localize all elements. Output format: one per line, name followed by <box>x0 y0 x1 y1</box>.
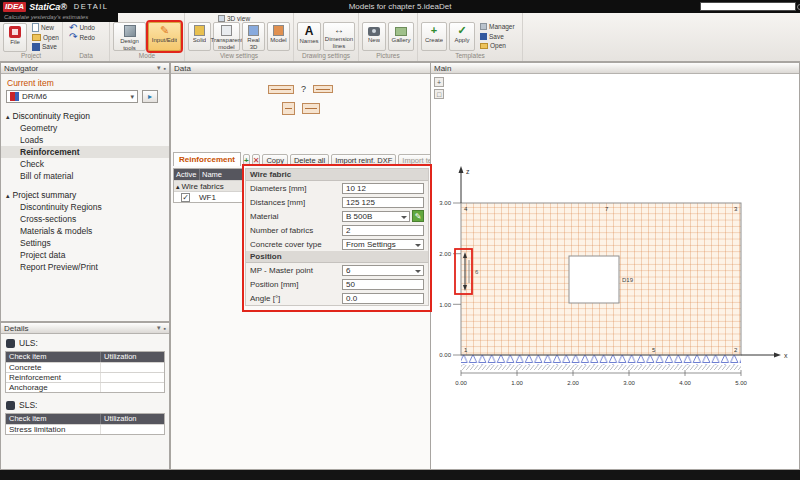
gallery-button[interactable]: Gallery <box>388 22 414 51</box>
delete-reinforcement-button[interactable]: ✕ <box>252 154 261 166</box>
tree-section-project-summary[interactable]: ▴Project summary <box>1 189 169 201</box>
delete-all-button[interactable]: Delete all <box>290 154 329 166</box>
fabric-previews: ? <box>171 84 430 115</box>
nav-item-cross-sections[interactable]: Cross-sections <box>1 213 169 225</box>
nav-item-materials-models[interactable]: Materials & models <box>1 225 169 237</box>
template-create-button[interactable]: + Create <box>421 22 447 51</box>
uls-table: Check item Utilization Concrete Reinforc… <box>5 351 165 393</box>
data-panel: Data ? Reinforcement + ✕ Copy Delete a <box>170 62 431 470</box>
table-row[interactable]: Concrete <box>6 362 164 372</box>
master-point-select[interactable]: 6 <box>342 265 424 276</box>
navigator-tree: ▴Discontinuity Region Geometry Loads Rei… <box>1 110 169 273</box>
manager-icon <box>480 23 487 30</box>
number-of-fabrics-input[interactable]: 2 <box>342 225 424 236</box>
input-edit-button[interactable]: ✎ Input/Edit <box>148 22 181 51</box>
file-label: File <box>10 39 20 51</box>
position-input[interactable]: 50 <box>342 279 424 290</box>
picture-new-button[interactable]: New <box>362 22 386 51</box>
nav-item-discontinuity-regions[interactable]: Discontinuity Regions <box>1 201 169 213</box>
dimension-lines-button[interactable]: ↔ Dimension lines <box>323 22 355 51</box>
nav-item-settings[interactable]: Settings <box>1 237 169 249</box>
distances-input[interactable]: 125 125 <box>342 197 424 208</box>
navigator-pin-icon[interactable]: ▪ <box>164 65 166 72</box>
fabric-preview-icon[interactable] <box>313 85 333 93</box>
pan-control-icon[interactable]: □ <box>434 89 444 99</box>
real-3d-button[interactable]: Real 3D <box>242 22 265 51</box>
data-body: ? Reinforcement + ✕ Copy Delete all Impo… <box>171 74 430 469</box>
template-open-button[interactable]: Open <box>477 41 519 51</box>
nav-item-geometry[interactable]: Geometry <box>1 122 169 134</box>
uls-row: ULS: <box>6 338 38 348</box>
template-save-button[interactable]: Save <box>477 32 519 42</box>
angle-input[interactable]: 0.0 <box>342 293 424 304</box>
model-cube-icon <box>273 25 284 36</box>
template-manager-button[interactable]: Manager <box>477 22 519 32</box>
opening[interactable] <box>569 256 619 303</box>
details-dropdown-icon[interactable]: ▾ <box>157 324 161 332</box>
x-tick-label: 1.00 <box>511 380 523 386</box>
model-button[interactable]: Model <box>267 22 290 51</box>
current-item-select[interactable]: DR/M6 ▾ <box>6 90 138 103</box>
group-label: Wire fabrics <box>182 182 224 191</box>
input-edit-icon: ✎ <box>160 25 169 36</box>
nav-item-project-data[interactable]: Project data <box>1 249 169 261</box>
details-pin-icon[interactable]: ▪ <box>164 325 166 332</box>
nav-item-check[interactable]: Check <box>1 158 169 170</box>
dimension-lines-icon: ↔ <box>334 25 344 35</box>
nav-item-loads[interactable]: Loads <box>1 134 169 146</box>
property-row: Material B 500B ✎ <box>246 209 428 223</box>
transparent-model-button[interactable]: Transparent model <box>213 22 240 51</box>
fabric-preview-icon[interactable] <box>282 102 295 115</box>
material-select[interactable]: B 500B <box>342 211 410 222</box>
template-apply-button[interactable]: ✓ Apply <box>449 22 475 51</box>
tagline: Calculate yesterday's estimates <box>0 13 118 22</box>
table-row[interactable]: Stress limitation <box>6 424 164 434</box>
input-edit-label: Input/Edit <box>152 37 177 50</box>
diameters-input[interactable]: 10 12 <box>342 183 424 194</box>
search-box <box>700 2 796 11</box>
fabric-preview-icon[interactable] <box>302 103 320 114</box>
tree-section-discontinuity-region[interactable]: ▴Discontinuity Region <box>1 110 169 122</box>
col-check-item: Check item <box>6 414 101 424</box>
add-reinforcement-button[interactable]: + <box>243 154 250 166</box>
main-canvas-area: + □ <box>431 74 799 469</box>
nav-item-reinforcement[interactable]: Reinforcement <box>1 146 169 158</box>
material-label: Material <box>250 212 342 221</box>
new-button[interactable]: New <box>29 23 59 33</box>
cover-type-select[interactable]: From Settings <box>342 239 424 250</box>
grid-row-wf1[interactable]: ✓ WF1 <box>174 191 243 202</box>
table-row[interactable]: Reinforcement <box>6 372 164 382</box>
active-checkbox[interactable]: ✓ <box>181 193 190 202</box>
nav-item-bill-of-material[interactable]: Bill of material <box>1 170 169 182</box>
solid-button[interactable]: Solid <box>188 22 211 51</box>
copy-button[interactable]: Copy <box>262 154 288 166</box>
table-row[interactable]: Anchorage <box>6 382 164 392</box>
open-folder-icon <box>32 34 41 41</box>
navigator-dropdown-icon[interactable]: ▾ <box>157 64 161 72</box>
data-header: Data <box>171 63 430 74</box>
import-reinf-dxf-button[interactable]: Import reinf. DXF <box>331 154 396 166</box>
expand-icon: ▴ <box>176 183 180 190</box>
redo-button[interactable]: ↷Redo <box>66 33 106 43</box>
design-tools-button[interactable]: Design tools <box>113 22 146 51</box>
names-button[interactable]: A Names <box>297 22 321 51</box>
row-anchorage: Anchorage <box>6 383 101 392</box>
names-label: Names <box>299 38 318 50</box>
tab-reinforcement[interactable]: Reinforcement <box>173 152 241 166</box>
fabric-preview-icon[interactable] <box>268 85 294 94</box>
edit-material-button[interactable]: ✎ <box>412 210 424 222</box>
gallery-label: Gallery <box>391 37 410 50</box>
open-button[interactable]: Open <box>29 33 59 43</box>
navigate-button[interactable]: ▸ <box>142 90 158 103</box>
grid-group-wire-fabrics[interactable]: ▴Wire fabrics <box>174 180 243 191</box>
nav-item-report-preview-print[interactable]: Report Preview/Print <box>1 261 169 273</box>
file-button[interactable]: File <box>3 23 27 52</box>
region-icon <box>10 92 19 101</box>
position-label: Position [mm] <box>250 280 342 289</box>
model-canvas[interactable]: D19 z x 3.00 2.00 1.0 <box>431 74 799 470</box>
save-label: Save <box>42 43 57 50</box>
view-3d-toggle[interactable]: 3D view <box>218 14 250 22</box>
x-axis-label: x <box>784 352 788 359</box>
search-input[interactable] <box>701 3 796 10</box>
zoom-control-icon[interactable]: + <box>434 77 444 87</box>
